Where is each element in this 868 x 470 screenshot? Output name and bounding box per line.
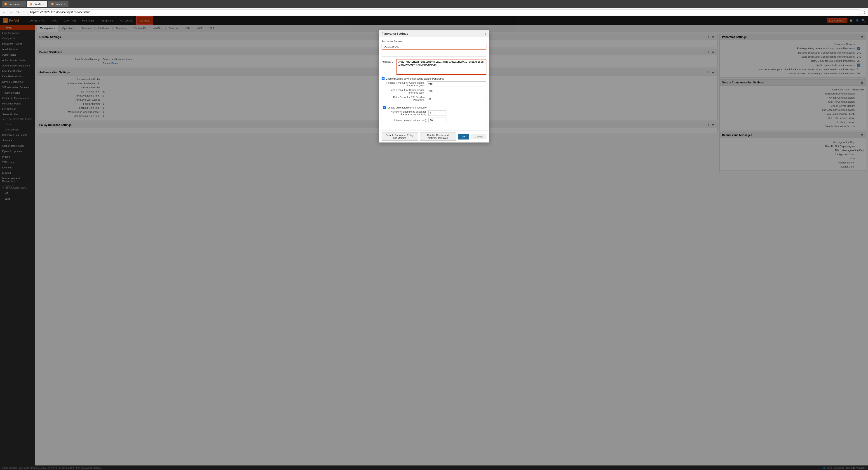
retry-count-label: Retry Count for SSL Send to Panorama: [381, 96, 427, 101]
forward-button[interactable]: →: [8, 10, 13, 14]
enable-monitoring-label[interactable]: Enable pushing device monitoring data to…: [386, 77, 444, 80]
tab-pa-vm-2[interactable]: P PA-VM ✕: [48, 1, 68, 7]
address-bar[interactable]: [27, 9, 861, 15]
panorama-servers-group: Panorama Servers: [381, 40, 487, 57]
auth-key-num: 2-: [392, 60, 394, 63]
disable-policy-button[interactable]: Disable Panorama Policy and Objects: [381, 133, 418, 141]
extensions-icon[interactable]: ⋮: [863, 10, 866, 14]
disable-device-button[interactable]: Disable Device and Network Template: [420, 133, 456, 141]
send-timeout-label: Send Timeout for Connection to Panorama …: [381, 89, 427, 94]
tab-close-pa-vm-2[interactable]: ✕: [64, 3, 66, 5]
enable-monitoring-checkbox[interactable]: [381, 77, 384, 80]
enable-monitoring-row: Enable pushing device monitoring data to…: [381, 77, 487, 80]
receive-timeout-input[interactable]: [427, 81, 487, 87]
enable-auto-commit-row: Enable automated commit recovery: [383, 106, 485, 109]
tab-label-pa-vm-1: PA-VM: [34, 3, 41, 5]
retry-count-input[interactable]: [427, 96, 487, 101]
back-button[interactable]: ←: [2, 10, 7, 14]
receive-timeout-label: Receive Timeout for Connection to Panora…: [381, 81, 427, 87]
tab-close-pa-vm-1[interactable]: ✕: [43, 3, 44, 5]
enable-auto-commit-checkbox[interactable]: [383, 106, 386, 109]
modal-overlay: Panorama Settings ℹ Panorama Servers Aut…: [0, 16, 868, 470]
new-tab-button[interactable]: +: [69, 2, 74, 6]
browser-toolbar: ← → ↻ ⌂ ⋮: [0, 8, 868, 16]
tab-favicon-pa-vm-1: P: [30, 3, 32, 5]
panorama-settings-modal: Panorama Settings ℹ Panorama Servers Aut…: [379, 30, 489, 143]
refresh-button[interactable]: ↻: [16, 10, 20, 14]
attempts-input-wrap: [428, 110, 485, 116]
send-timeout-input[interactable]: [427, 89, 487, 94]
interval-label: Interval between retries (sec): [383, 119, 428, 122]
attempts-row: Number of attempts to check for Panorama…: [383, 110, 485, 116]
panorama-server1-input[interactable]: [381, 43, 487, 50]
retry-count-input-wrap: [427, 96, 487, 101]
receive-timeout-input-wrap: [427, 81, 487, 87]
tab-pa-vm-1[interactable]: P PA-VM ✕: [27, 1, 47, 7]
modal-footer: Disable Panorama Policy and Objects Disa…: [379, 130, 489, 142]
tab-favicon-pa-vm-2: P: [51, 3, 54, 5]
modal-info-icon[interactable]: ℹ: [485, 32, 487, 35]
enable-auto-commit-label[interactable]: Enable automated commit recovery: [388, 106, 427, 109]
auth-key-group: Auth key 2- JnnQ_NHQ4OHJxTYSd61Sw3V4sOxU…: [381, 59, 487, 75]
modal-body: Panorama Servers Auth key 2- JnnQ_NHQ4OH…: [379, 37, 489, 130]
send-timeout-row: Send Timeout for Connection to Panorama …: [381, 89, 487, 94]
tab-panorama[interactable]: P Panorama ✕: [2, 1, 26, 7]
send-timeout-input-wrap: [427, 89, 487, 94]
tab-close-panorama[interactable]: ✕: [22, 3, 23, 5]
retry-count-row: Retry Count for SSL Send to Panorama: [381, 96, 487, 101]
browser-chrome: P Panorama ✕ P PA-VM ✕ P PA-VM ✕ +: [0, 0, 868, 8]
interval-row: Interval between retries (sec): [383, 118, 485, 123]
auth-key-label: Auth key 2-: [381, 59, 395, 63]
panorama-servers-label: Panorama Servers: [381, 40, 487, 43]
modal-header: Panorama Settings ℹ: [379, 30, 489, 37]
attempts-input[interactable]: [428, 110, 446, 116]
interval-input[interactable]: [428, 118, 446, 123]
cancel-button[interactable]: Cancel: [471, 134, 487, 139]
tab-favicon-panorama: P: [4, 3, 7, 5]
receive-timeout-row: Receive Timeout for Connection to Panora…: [381, 81, 487, 87]
home-button[interactable]: ⌂: [22, 10, 25, 14]
ok-button[interactable]: OK: [458, 134, 469, 140]
toolbar-icons: ⋮: [863, 10, 866, 14]
auto-commit-group: Enable automated commit recovery Number …: [381, 103, 487, 126]
panorama-server2-input[interactable]: [381, 51, 487, 57]
attempts-label: Number of attempts to check for Panorama…: [383, 110, 428, 116]
interval-input-wrap: [428, 118, 485, 123]
modal-title: Panorama Settings: [381, 32, 408, 35]
tab-label-panorama: Panorama: [8, 3, 20, 5]
tab-label-pa-vm-2: PA-VM: [55, 3, 63, 5]
auth-key-textarea[interactable]: JnnQ_NHQ4OHJxTYSd61Sw3V4sOxUIwuaRRXhRQiy…: [397, 59, 487, 75]
